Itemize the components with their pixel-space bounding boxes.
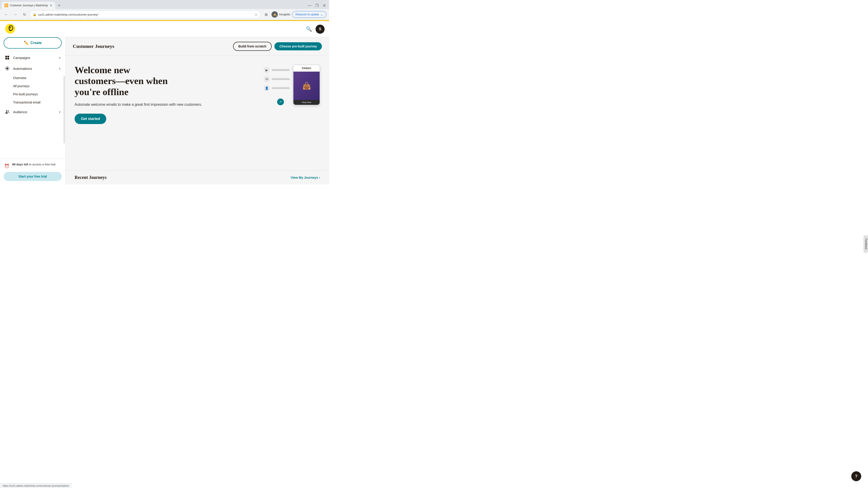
bag-emoji: 👜 (303, 82, 311, 90)
pre-built-label: Pre-built journeys (13, 92, 38, 96)
clock-icon: ⏰ (4, 163, 10, 169)
trial-suffix: to access a free trial. (29, 163, 56, 166)
phone-mockup: TANDU 👜 Shop Now (293, 65, 320, 105)
sidebar-footer: ⏰ 89 days left to access a free trial. S… (0, 159, 65, 184)
minimize-button[interactable]: — (307, 2, 313, 8)
lock-icon: 🔒 (33, 13, 36, 16)
relaunch-label: Relaunch to update (296, 13, 319, 16)
incognito-label: Incognito (279, 13, 290, 16)
incognito-icon: 🕵 (272, 11, 278, 18)
main-header: Customer Journeys Build from scratch Cho… (66, 37, 329, 56)
audience-icon (4, 109, 10, 115)
journey-line-3 (272, 87, 290, 89)
tab-bar: M Customer Journeys | Mailchimp ✕ + — ❐ … (0, 0, 329, 9)
extensions-button[interactable]: ⊞ (262, 11, 270, 18)
phone-footer: Shop Now (293, 100, 320, 105)
sidebar-subitem-transactional[interactable]: Transactional email (0, 98, 65, 106)
svg-rect-6 (5, 58, 7, 59)
hero-visual: ▶ ✉ 👤 ↗ (264, 65, 320, 110)
svg-point-3 (9, 27, 11, 28)
tab-close-icon[interactable]: ✕ (50, 4, 53, 7)
new-tab-button[interactable]: + (56, 2, 62, 8)
trial-info: ⏰ 89 days left to access a free trial. (4, 162, 62, 169)
sidebar-subitem-pre-built[interactable]: Pre-built journeys (0, 90, 65, 98)
create-button[interactable]: ✏️ Create (4, 37, 62, 48)
nav-actions: ⊞ 🕵 Incognito Relaunch to update ⌄ (262, 11, 327, 18)
hero-subtext: Automate welcome emails to make a great … (74, 102, 202, 107)
relaunch-chevron-icon: ⌄ (320, 13, 323, 16)
view-all-journeys-link[interactable]: View My Journeys › (291, 176, 320, 180)
journey-row-3: 👤 (264, 85, 290, 91)
all-journeys-label: All journeys (13, 84, 29, 88)
campaigns-icon (4, 55, 10, 60)
sidebar-subitem-overview[interactable]: Overview (0, 74, 65, 82)
audience-chevron-icon: ∨ (59, 110, 61, 113)
journey-line-1 (272, 69, 290, 71)
journey-flow: ▶ ✉ 👤 (264, 67, 290, 91)
sidebar-scrollbar[interactable] (64, 76, 65, 143)
email-icon: ✉ (264, 76, 270, 82)
relaunch-button[interactable]: Relaunch to update ⌄ (292, 11, 327, 18)
hero-heading-line2: customers—even when (74, 76, 168, 86)
automations-chevron-icon: ∧ (59, 67, 61, 70)
automations-label: Automations (13, 67, 55, 70)
phone-image: 👜 (293, 72, 320, 100)
forward-button[interactable]: → (12, 11, 19, 18)
hero-section: Welcome new customers—even when you're o… (66, 56, 329, 129)
sidebar-item-automations[interactable]: Automations ∧ (0, 63, 65, 74)
play-icon: ▶ (264, 67, 270, 73)
view-all-chevron-icon: › (319, 176, 320, 180)
sidebar-item-audience[interactable]: Audience ∨ (0, 106, 65, 117)
pencil-icon: ✏️ (24, 40, 29, 45)
audience-label: Audience (13, 110, 55, 114)
maximize-button[interactable]: ❐ (314, 2, 320, 8)
connector-dot: ↗ (277, 98, 284, 105)
svg-point-9 (6, 110, 7, 112)
svg-rect-7 (7, 58, 9, 59)
hero-heading: Welcome new customers—even when you're o… (74, 65, 202, 97)
overview-label: Overview (13, 76, 26, 80)
campaigns-chevron-icon: ∨ (59, 56, 61, 59)
back-button[interactable]: ← (3, 11, 10, 18)
address-bar[interactable]: 🔒 us21.admin.mailchimp.com/customer-jour… (30, 11, 260, 18)
hero-heading-line1: Welcome new (74, 65, 130, 75)
main-body: Welcome new customers—even when you're o… (66, 56, 329, 184)
mailchimp-logo[interactable] (4, 23, 16, 35)
refresh-button[interactable]: ↻ (21, 11, 28, 18)
start-trial-button[interactable]: Start your free trial (4, 172, 62, 181)
page-title: Customer Journeys (73, 43, 114, 49)
address-text: us21.admin.mailchimp.com/customer-journe… (38, 13, 253, 16)
build-from-scratch-button[interactable]: Build from scratch (233, 42, 272, 51)
active-tab[interactable]: M Customer Journeys | Mailchimp ✕ (2, 2, 55, 9)
app-layout: ✏️ Create Campaigns ∨ (0, 37, 329, 184)
sidebar-subitem-all-journeys[interactable]: All journeys (0, 82, 65, 90)
svg-point-10 (8, 110, 9, 111)
bookmark-icon[interactable]: ☆ (254, 12, 258, 17)
close-button[interactable]: ✕ (321, 2, 327, 8)
campaigns-label: Campaigns (13, 56, 55, 60)
choose-prebuilt-button[interactable]: Choose pre-built journey (274, 42, 322, 51)
svg-rect-4 (5, 56, 7, 57)
user-avatar[interactable]: S (315, 25, 324, 34)
create-label: Create (31, 41, 42, 45)
person-icon: 👤 (264, 85, 270, 91)
journey-line-2 (272, 78, 290, 80)
sidebar-item-campaigns[interactable]: Campaigns ∨ (0, 52, 65, 63)
automations-icon (4, 66, 10, 71)
main-content: Customer Journeys Build from scratch Cho… (66, 37, 329, 184)
tab-favicon: M (4, 4, 8, 7)
nav-section: Campaigns ∨ Automations ∧ Overview A (0, 52, 65, 159)
hero-heading-line3: you're offline (74, 87, 128, 97)
sidebar: ✏️ Create Campaigns ∨ (0, 37, 66, 184)
app-header: 🔍 S (0, 21, 329, 37)
recent-heading: Recent Journeys (74, 175, 107, 180)
header-actions: Build from scratch Choose pre-built jour… (233, 42, 322, 51)
trial-days: 89 days left (12, 163, 28, 166)
recent-journeys-section: Recent Journeys View My Journeys › (66, 170, 329, 184)
hero-left: Welcome new customers—even when you're o… (74, 65, 202, 124)
transactional-label: Transactional email (13, 101, 40, 104)
search-button[interactable]: 🔍 (306, 26, 312, 32)
navigation-bar: ← → ↻ 🔒 us21.admin.mailchimp.com/custome… (0, 9, 329, 20)
phone-brand: TANDU (293, 65, 320, 72)
get-started-button[interactable]: Get started (74, 113, 106, 124)
